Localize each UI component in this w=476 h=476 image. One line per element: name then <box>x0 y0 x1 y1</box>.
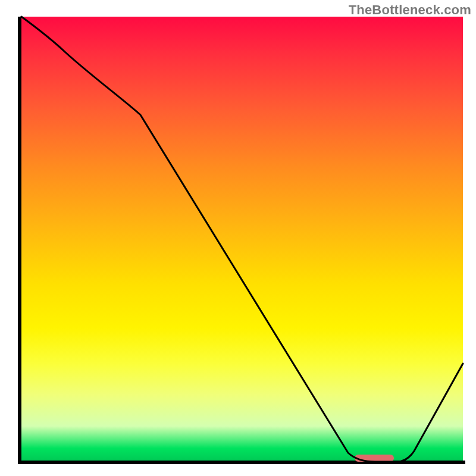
chart-frame: TheBottleneck.com <box>0 0 476 476</box>
watermark-text: TheBottleneck.com <box>349 2 471 18</box>
bottleneck-curve <box>21 17 463 462</box>
plot-area <box>21 17 463 462</box>
